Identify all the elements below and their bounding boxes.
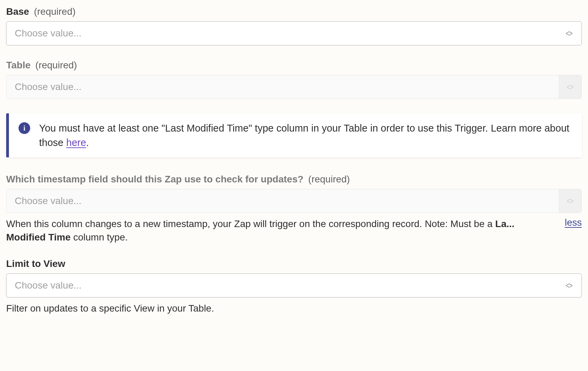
helper-bold1: La...: [495, 218, 515, 229]
field-label-row: Table (required): [6, 60, 582, 71]
timestamp-required: (required): [308, 174, 350, 185]
field-label-row: Which timestamp field should this Zap us…: [6, 174, 582, 185]
helper-bold2: Modified Time: [6, 232, 71, 243]
field-label-row: Limit to View: [6, 258, 582, 269]
field-label-row: Base (required): [6, 6, 582, 17]
info-text-part2: .: [86, 137, 89, 148]
helper-part1: When this column changes to a new timest…: [6, 218, 495, 229]
limit-view-placeholder: Choose value...: [15, 280, 82, 291]
info-text: You must have at least one "Last Modifie…: [39, 121, 572, 150]
chevron-updown-icon: ︿﹀: [566, 29, 573, 37]
timestamp-select[interactable]: Choose value... ︿﹀: [6, 189, 582, 213]
chevron-updown-icon: ︿﹀: [566, 281, 573, 290]
info-text-part1: You must have at least one "Last Modifie…: [39, 123, 569, 148]
table-required: (required): [35, 60, 77, 71]
info-banner: i You must have at least one "Last Modif…: [6, 113, 582, 157]
info-link[interactable]: here: [66, 137, 86, 148]
info-icon: i: [19, 122, 30, 134]
table-select-placeholder: Choose value...: [7, 81, 82, 92]
field-limit-view: Limit to View Choose value... ︿﹀ Filter …: [6, 258, 582, 315]
limit-view-label: Limit to View: [6, 258, 65, 269]
base-required: (required): [34, 6, 75, 17]
base-select[interactable]: Choose value... ︿﹀: [6, 21, 582, 45]
field-base: Base (required) Choose value... ︿﹀: [6, 6, 582, 45]
timestamp-select-placeholder: Choose value...: [7, 195, 82, 206]
base-label: Base: [6, 6, 29, 17]
timestamp-helper: When this column changes to a new timest…: [6, 217, 556, 244]
table-select[interactable]: Choose value... ︿﹀: [6, 75, 582, 99]
table-label: Table: [6, 60, 31, 71]
timestamp-label: Which timestamp field should this Zap us…: [6, 174, 304, 185]
helper-part2: column type.: [71, 232, 128, 243]
chevron-updown-icon: ︿﹀: [559, 75, 581, 99]
chevron-updown-icon: ︿﹀: [559, 189, 581, 213]
field-timestamp: Which timestamp field should this Zap us…: [6, 174, 582, 244]
base-select-placeholder: Choose value...: [15, 28, 82, 39]
limit-view-select[interactable]: Choose value... ︿﹀: [6, 273, 582, 297]
less-toggle[interactable]: less: [565, 217, 582, 228]
timestamp-helper-row: When this column changes to a new timest…: [6, 217, 582, 244]
field-table: Table (required) Choose value... ︿﹀: [6, 60, 582, 99]
limit-view-helper: Filter on updates to a specific View in …: [6, 302, 582, 315]
